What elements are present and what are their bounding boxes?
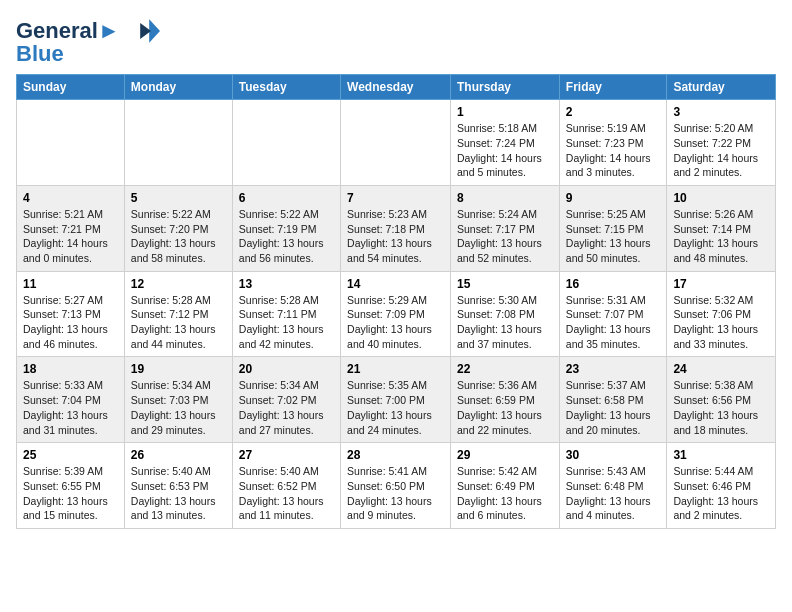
logo-icon: [124, 16, 160, 46]
day-number: 14: [347, 277, 444, 291]
cell-info-line: Sunrise: 5:20 AM: [673, 121, 769, 136]
day-number: 3: [673, 105, 769, 119]
page-header: General► Blue: [16, 16, 776, 66]
cell-info-line: and 54 minutes.: [347, 251, 444, 266]
cell-info-line: Sunrise: 5:19 AM: [566, 121, 661, 136]
cell-info-line: and 15 minutes.: [23, 508, 118, 523]
cell-info-line: and 33 minutes.: [673, 337, 769, 352]
cell-info-line: and 50 minutes.: [566, 251, 661, 266]
cell-info-line: and 27 minutes.: [239, 423, 334, 438]
cell-info-line: Daylight: 13 hours: [457, 408, 553, 423]
calendar-cell: 20Sunrise: 5:34 AMSunset: 7:02 PMDayligh…: [232, 357, 340, 443]
cell-info-line: Sunrise: 5:36 AM: [457, 378, 553, 393]
cell-info-line: and 44 minutes.: [131, 337, 226, 352]
cell-info-line: Sunset: 7:07 PM: [566, 307, 661, 322]
cell-info-line: Sunrise: 5:43 AM: [566, 464, 661, 479]
calendar-cell: 17Sunrise: 5:32 AMSunset: 7:06 PMDayligh…: [667, 271, 776, 357]
day-number: 31: [673, 448, 769, 462]
cell-info-line: Sunrise: 5:26 AM: [673, 207, 769, 222]
cell-info-line: Sunrise: 5:40 AM: [131, 464, 226, 479]
cell-info-line: Daylight: 13 hours: [457, 494, 553, 509]
logo: General► Blue: [16, 16, 160, 66]
cell-info-line: Daylight: 13 hours: [347, 236, 444, 251]
cell-info-line: Daylight: 13 hours: [23, 494, 118, 509]
calendar-cell: 1Sunrise: 5:18 AMSunset: 7:24 PMDaylight…: [451, 100, 560, 186]
day-number: 27: [239, 448, 334, 462]
cell-info-line: Sunset: 7:22 PM: [673, 136, 769, 151]
cell-info-line: Daylight: 14 hours: [23, 236, 118, 251]
cell-info-line: and 9 minutes.: [347, 508, 444, 523]
day-number: 15: [457, 277, 553, 291]
cell-info-line: Sunset: 6:58 PM: [566, 393, 661, 408]
cell-info-line: and 4 minutes.: [566, 508, 661, 523]
calendar-cell: 6Sunrise: 5:22 AMSunset: 7:19 PMDaylight…: [232, 185, 340, 271]
cell-info-line: Sunrise: 5:34 AM: [239, 378, 334, 393]
day-number: 23: [566, 362, 661, 376]
cell-info-line: Sunset: 6:46 PM: [673, 479, 769, 494]
cell-info-line: and 56 minutes.: [239, 251, 334, 266]
calendar-cell: 5Sunrise: 5:22 AMSunset: 7:20 PMDaylight…: [124, 185, 232, 271]
cell-info-line: Sunrise: 5:39 AM: [23, 464, 118, 479]
day-number: 13: [239, 277, 334, 291]
weekday-header-wednesday: Wednesday: [341, 75, 451, 100]
day-number: 19: [131, 362, 226, 376]
cell-info-line: Daylight: 13 hours: [673, 236, 769, 251]
calendar-cell: 3Sunrise: 5:20 AMSunset: 7:22 PMDaylight…: [667, 100, 776, 186]
cell-info-line: and 6 minutes.: [457, 508, 553, 523]
cell-info-line: and 29 minutes.: [131, 423, 226, 438]
cell-info-line: Sunset: 7:06 PM: [673, 307, 769, 322]
cell-info-line: and 3 minutes.: [566, 165, 661, 180]
day-number: 7: [347, 191, 444, 205]
cell-info-line: Sunset: 7:02 PM: [239, 393, 334, 408]
cell-info-line: Sunrise: 5:41 AM: [347, 464, 444, 479]
calendar-cell: 23Sunrise: 5:37 AMSunset: 6:58 PMDayligh…: [559, 357, 667, 443]
calendar-cell: [124, 100, 232, 186]
cell-info-line: Sunrise: 5:28 AM: [239, 293, 334, 308]
weekday-header-saturday: Saturday: [667, 75, 776, 100]
cell-info-line: and 52 minutes.: [457, 251, 553, 266]
cell-info-line: Daylight: 13 hours: [23, 322, 118, 337]
calendar-cell: 2Sunrise: 5:19 AMSunset: 7:23 PMDaylight…: [559, 100, 667, 186]
cell-info-line: Daylight: 13 hours: [347, 408, 444, 423]
cell-info-line: and 2 minutes.: [673, 508, 769, 523]
cell-info-line: Sunrise: 5:30 AM: [457, 293, 553, 308]
cell-info-line: and 58 minutes.: [131, 251, 226, 266]
cell-info-line: Sunrise: 5:24 AM: [457, 207, 553, 222]
cell-info-line: and 46 minutes.: [23, 337, 118, 352]
weekday-header-sunday: Sunday: [17, 75, 125, 100]
cell-info-line: and 0 minutes.: [23, 251, 118, 266]
day-number: 8: [457, 191, 553, 205]
cell-info-line: Daylight: 14 hours: [673, 151, 769, 166]
calendar-row-3: 11Sunrise: 5:27 AMSunset: 7:13 PMDayligh…: [17, 271, 776, 357]
day-number: 6: [239, 191, 334, 205]
calendar-cell: 9Sunrise: 5:25 AMSunset: 7:15 PMDaylight…: [559, 185, 667, 271]
calendar-header-row: SundayMondayTuesdayWednesdayThursdayFrid…: [17, 75, 776, 100]
cell-info-line: Sunset: 7:18 PM: [347, 222, 444, 237]
calendar-cell: 14Sunrise: 5:29 AMSunset: 7:09 PMDayligh…: [341, 271, 451, 357]
day-number: 1: [457, 105, 553, 119]
cell-info-line: Sunset: 6:59 PM: [457, 393, 553, 408]
cell-info-line: and 2 minutes.: [673, 165, 769, 180]
cell-info-line: Sunset: 6:50 PM: [347, 479, 444, 494]
cell-info-line: and 42 minutes.: [239, 337, 334, 352]
cell-info-line: Sunrise: 5:34 AM: [131, 378, 226, 393]
cell-info-line: Daylight: 13 hours: [239, 322, 334, 337]
cell-info-line: Daylight: 13 hours: [131, 408, 226, 423]
day-number: 2: [566, 105, 661, 119]
cell-info-line: Sunrise: 5:28 AM: [131, 293, 226, 308]
calendar-cell: 26Sunrise: 5:40 AMSunset: 6:53 PMDayligh…: [124, 443, 232, 529]
calendar-cell: 27Sunrise: 5:40 AMSunset: 6:52 PMDayligh…: [232, 443, 340, 529]
cell-info-line: Sunset: 7:19 PM: [239, 222, 334, 237]
day-number: 9: [566, 191, 661, 205]
calendar-cell: 24Sunrise: 5:38 AMSunset: 6:56 PMDayligh…: [667, 357, 776, 443]
cell-info-line: and 31 minutes.: [23, 423, 118, 438]
calendar-cell: 28Sunrise: 5:41 AMSunset: 6:50 PMDayligh…: [341, 443, 451, 529]
cell-info-line: Sunset: 7:08 PM: [457, 307, 553, 322]
cell-info-line: Sunrise: 5:29 AM: [347, 293, 444, 308]
cell-info-line: Sunrise: 5:35 AM: [347, 378, 444, 393]
calendar-cell: 7Sunrise: 5:23 AMSunset: 7:18 PMDaylight…: [341, 185, 451, 271]
cell-info-line: Sunrise: 5:32 AM: [673, 293, 769, 308]
cell-info-line: and 48 minutes.: [673, 251, 769, 266]
cell-info-line: Sunset: 6:56 PM: [673, 393, 769, 408]
calendar-cell: 19Sunrise: 5:34 AMSunset: 7:03 PMDayligh…: [124, 357, 232, 443]
